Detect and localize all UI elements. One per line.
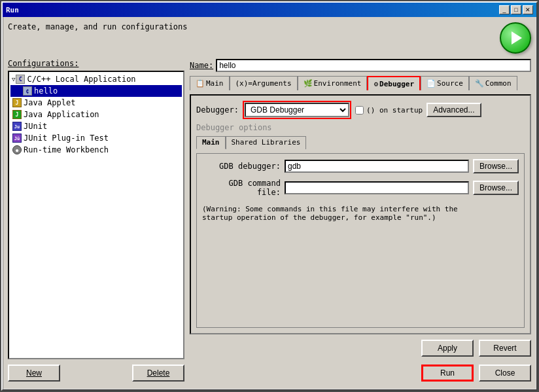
java-applet-label: Java Applet	[24, 98, 75, 107]
tab-common[interactable]: 🔧 Common	[469, 76, 517, 90]
hello-label: hello	[34, 86, 58, 96]
tab-arguments[interactable]: (x)=Arguments	[230, 76, 298, 90]
revert-button[interactable]: Revert	[479, 340, 531, 357]
inner-content: GDB debugger: Browse... GDB command file…	[196, 153, 525, 328]
window-title: Run	[6, 6, 19, 14]
tree-item-cpp-parent[interactable]: ▽ C C/C++ Local Application	[10, 73, 182, 85]
content-panel: Debugger: GDB Debugger Other () on start…	[190, 94, 531, 334]
junit-plugin-label: JUnit Plug-in Test	[24, 134, 109, 143]
right-panel: Name: 📋 Main (x)=Arguments 🌿 Environment	[190, 59, 531, 384]
gdb-command-row: GDB command file: Browse...	[202, 179, 519, 197]
run-button[interactable]: Run	[421, 365, 474, 382]
gdb-debugger-row: GDB debugger: Browse...	[202, 159, 519, 173]
configurations-label: Configurations:	[8, 59, 184, 68]
tab-environment[interactable]: 🌿 Environment	[298, 76, 368, 90]
final-row: Run Close	[190, 362, 531, 384]
close-button-bottom[interactable]: Close	[479, 365, 531, 382]
window-body: Create, manage, and run configurations C…	[3, 17, 536, 389]
tree-item-junit-plugin[interactable]: Jü JUnit Plug-in Test	[10, 132, 182, 144]
run-dialog: Run _ □ ✕ Create, manage, and run config…	[1, 1, 538, 391]
left-bottom-buttons: New Delete	[8, 362, 184, 384]
tab-environment-label: Environment	[314, 79, 362, 88]
stop-label: () on startup	[366, 106, 423, 115]
maximize-button[interactable]: □	[511, 5, 521, 14]
gdb-command-input[interactable]	[285, 181, 469, 194]
java-app-icon: J	[12, 109, 22, 120]
tab-source[interactable]: 📄 Source	[421, 76, 469, 90]
debugger-select[interactable]: GDB Debugger Other	[245, 103, 349, 117]
java-app-label: Java Application	[24, 110, 99, 119]
title-bar: Run _ □ ✕	[3, 3, 536, 17]
debugger-select-wrapper: GDB Debugger Other	[243, 101, 351, 119]
tab-common-icon: 🔧	[475, 79, 484, 88]
tab-main-label: Main	[206, 79, 224, 88]
wb-icon: ●	[12, 145, 22, 155]
configurations-tree[interactable]: ▽ C C/C++ Local Application ¢ hello	[8, 71, 184, 359]
cpp-parent-label: C/C++ Local Application	[27, 75, 135, 84]
minimize-button[interactable]: _	[499, 5, 510, 14]
main-content: Configurations: ▽ C C/C++ Local Applicat…	[8, 59, 531, 384]
inner-tab-shared-libs[interactable]: Shared Libraries	[226, 136, 307, 149]
advanced-button[interactable]: Advanced...	[426, 103, 481, 117]
run-circle-button[interactable]	[500, 22, 531, 54]
tab-source-icon: 📄	[426, 79, 436, 88]
cpp-folder-icon: C	[15, 74, 26, 84]
tab-source-label: Source	[437, 79, 463, 88]
new-button[interactable]: New	[8, 365, 60, 382]
stop-on-startup: () on startup	[355, 106, 423, 115]
tab-debugger-label: Debugger	[379, 80, 414, 88]
gdb-debugger-input[interactable]	[285, 160, 469, 173]
tab-debugger[interactable]: ⚙ Debugger	[367, 76, 421, 90]
apply-revert-row: Apply Revert	[190, 338, 531, 358]
java-applet-icon: J	[12, 98, 22, 108]
browse-button-1[interactable]: Browse...	[473, 159, 519, 173]
hello-icon: ¢	[22, 86, 33, 96]
tab-environment-icon: 🌿	[304, 79, 313, 88]
browse-button-2[interactable]: Browse...	[473, 181, 519, 195]
close-button[interactable]: ✕	[523, 5, 533, 14]
tab-common-label: Common	[485, 79, 512, 88]
tree-item-runtime-wb[interactable]: ● Run-time Workbench	[10, 144, 182, 156]
name-input[interactable]	[216, 59, 531, 72]
top-area: Create, manage, and run configurations	[8, 22, 531, 54]
tree-item-junit[interactable]: Ju JUnit	[10, 120, 182, 132]
warning-line2: startup operation of the debugger, for e…	[202, 213, 436, 222]
name-label: Name:	[190, 61, 213, 70]
title-bar-buttons: _ □ ✕	[499, 5, 533, 14]
subtitle: Create, manage, and run configurations	[8, 22, 188, 31]
apply-button[interactable]: Apply	[421, 340, 474, 357]
inner-tabs: Main Shared Libraries	[196, 136, 525, 149]
warning-line1: (Warning: Some commands in this file may…	[202, 205, 458, 213]
debugger-label: Debugger:	[196, 105, 239, 115]
tab-main-icon: 📋	[196, 79, 205, 88]
tree-item-hello[interactable]: ¢ hello	[10, 85, 182, 97]
gdb-command-label: GDB command file:	[202, 179, 281, 197]
runtime-wb-label: Run-time Workbench	[24, 145, 109, 154]
run-triangle-icon	[512, 31, 522, 45]
debugger-options-section: Debugger options	[196, 123, 525, 132]
tree-item-java-application[interactable]: J Java Application	[10, 109, 182, 120]
junit-plugin-icon: Jü	[12, 133, 22, 143]
stop-checkbox[interactable]	[355, 106, 364, 115]
debugger-row: Debugger: GDB Debugger Other () on start…	[196, 101, 525, 119]
left-panel: Configurations: ▽ C C/C++ Local Applicat…	[8, 59, 184, 384]
tree-item-java-applet[interactable]: J Java Applet	[10, 97, 182, 109]
inner-tab-main[interactable]: Main	[196, 136, 226, 149]
debugger-options-label: Debugger options	[196, 123, 272, 132]
tab-arguments-label: (x)=Arguments	[235, 79, 292, 88]
junit-label: JUnit	[24, 122, 47, 131]
name-row: Name:	[190, 59, 531, 72]
tab-main[interactable]: 📋 Main	[190, 76, 230, 90]
junit-icon: Ju	[12, 121, 22, 132]
tabs-bar: 📋 Main (x)=Arguments 🌿 Environment ⚙ Deb…	[190, 76, 531, 90]
delete-button[interactable]: Delete	[132, 365, 184, 382]
tab-debugger-icon: ⚙	[374, 80, 378, 88]
gdb-debugger-label: GDB debugger:	[202, 162, 281, 171]
warning-text: (Warning: Some commands in this file may…	[202, 202, 519, 224]
